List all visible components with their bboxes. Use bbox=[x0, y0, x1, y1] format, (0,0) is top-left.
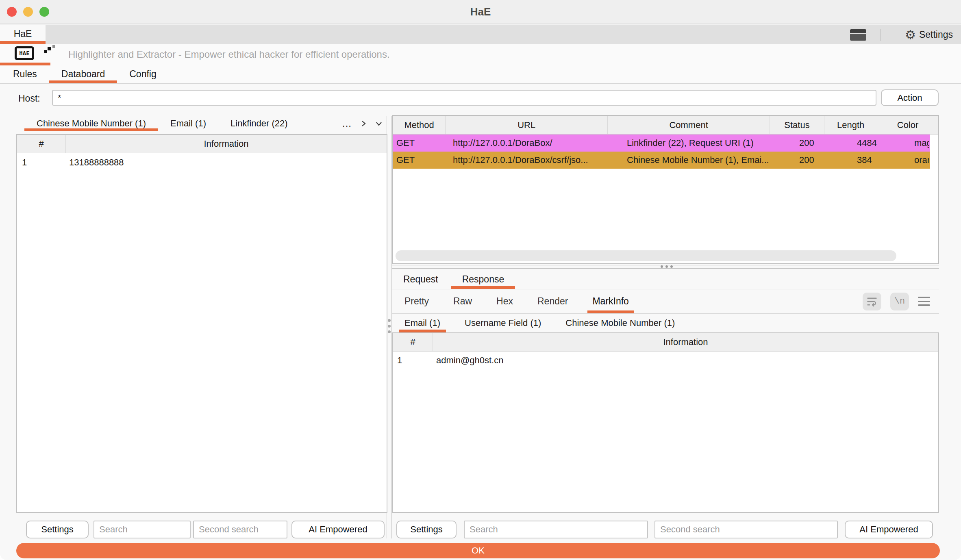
chevron-down-icon[interactable] bbox=[375, 120, 383, 127]
second-search-input[interactable] bbox=[654, 521, 838, 538]
tab-hex[interactable]: Hex bbox=[491, 289, 518, 313]
tab-markinfo-username-field[interactable]: Username Field (1) bbox=[459, 314, 547, 332]
editor-mode-tabs: Pretty Raw Hex Render MarkInfo \n bbox=[392, 289, 939, 314]
tab-response[interactable]: Response bbox=[451, 269, 515, 289]
main-nav-tabs: Rules Databoard Config bbox=[0, 65, 961, 84]
tab-hae[interactable]: HaE bbox=[0, 25, 46, 44]
column-header-method: Method bbox=[393, 116, 446, 134]
requests-table: Method URL Comment Status Length Color G… bbox=[392, 115, 939, 264]
column-header-num: # bbox=[393, 333, 433, 351]
markinfo-tabs: Email (1) Username Field (1) Chinese Mob… bbox=[392, 314, 939, 332]
tab-overflow-ellipsis[interactable]: ... bbox=[342, 122, 352, 126]
column-header-comment: Comment bbox=[608, 116, 770, 134]
host-row: Host: Action bbox=[0, 85, 961, 115]
hae-window: HaE HaE ⚙ Settings HAE Highlighter and E… bbox=[0, 0, 961, 560]
column-header-length: Length bbox=[824, 116, 877, 134]
host-input[interactable] bbox=[52, 90, 876, 106]
gear-icon: ⚙ bbox=[905, 29, 916, 41]
table-row[interactable]: 1 admin@gh0st.cn bbox=[393, 352, 938, 369]
banner: HAE Highlighter and Extractor - Empower … bbox=[0, 44, 961, 65]
logo-pixel bbox=[44, 50, 47, 53]
logo-pixel bbox=[52, 45, 55, 48]
column-header-information: Information bbox=[66, 135, 387, 153]
panel-splitter[interactable] bbox=[387, 116, 392, 538]
tab-config[interactable]: Config bbox=[117, 65, 168, 83]
tab-databoard[interactable]: Databoard bbox=[49, 65, 117, 83]
action-button[interactable]: Action bbox=[881, 89, 939, 106]
tab-linkfinder[interactable]: Linkfinder (22) bbox=[218, 116, 300, 131]
logo-tab-underline bbox=[0, 63, 50, 65]
settings-label: Settings bbox=[919, 29, 953, 40]
message-tabs: Request Response bbox=[392, 269, 939, 289]
extension-tabstrip: HaE ⚙ Settings bbox=[0, 25, 961, 44]
wrap-lines-icon[interactable] bbox=[863, 293, 881, 310]
ai-empowered-button[interactable]: AI Empowered bbox=[291, 521, 385, 538]
tab-pretty[interactable]: Pretty bbox=[400, 289, 434, 313]
search-input[interactable] bbox=[93, 521, 191, 538]
tab-render[interactable]: Render bbox=[533, 289, 573, 313]
ok-label: OK bbox=[472, 545, 485, 556]
banner-subtitle: Highlighter and Extractor - Empower ethi… bbox=[68, 44, 390, 65]
extracted-data-panel: Chinese Mobile Number (1) Email (1) Link… bbox=[16, 116, 387, 538]
tab-markinfo[interactable]: MarkInfo bbox=[587, 289, 633, 313]
tab-markinfo-email[interactable]: Email (1) bbox=[399, 314, 446, 332]
hae-logo-icon[interactable]: HAE bbox=[15, 46, 34, 60]
extracted-info-table: # Information 1 13188888888 bbox=[16, 134, 387, 513]
viewer-splitter[interactable] bbox=[392, 264, 939, 269]
column-header-status: Status bbox=[770, 116, 824, 134]
settings-button[interactable]: Settings bbox=[396, 521, 457, 538]
titlebar: HaE bbox=[0, 0, 961, 24]
logo-pixel bbox=[48, 47, 51, 50]
tab-chinese-mobile-number[interactable]: Chinese Mobile Number (1) bbox=[24, 116, 158, 131]
menu-icon[interactable] bbox=[918, 297, 930, 306]
markinfo-table: # Information 1 admin@gh0st.cn bbox=[392, 332, 939, 513]
search-input[interactable] bbox=[464, 521, 648, 538]
request-row[interactable]: GET http://127.0.0.1/DoraBox/csrf/jso...… bbox=[393, 152, 930, 169]
table-row[interactable]: 1 13188888888 bbox=[17, 153, 387, 171]
ok-status-bar[interactable]: OK bbox=[16, 543, 940, 558]
tabstrip-separator bbox=[880, 29, 881, 41]
settings-button[interactable]: Settings bbox=[26, 521, 89, 538]
newline-icon[interactable]: \n bbox=[890, 293, 909, 310]
tab-markinfo-chinese-mobile[interactable]: Chinese Mobile Number (1) bbox=[560, 314, 681, 332]
chevron-right-icon[interactable] bbox=[360, 120, 367, 127]
horizontal-scrollbar-thumb[interactable] bbox=[396, 250, 896, 261]
column-header-color: Color bbox=[877, 116, 938, 134]
extracted-tabs: Chinese Mobile Number (1) Email (1) Link… bbox=[16, 116, 387, 131]
ai-empowered-button[interactable]: AI Empowered bbox=[845, 521, 933, 538]
splitter-handle-dots[interactable] bbox=[388, 319, 391, 333]
request-row[interactable]: GET http://127.0.0.1/DoraBox/ Linkfinder… bbox=[393, 135, 930, 152]
second-search-input[interactable] bbox=[193, 521, 287, 538]
column-header-url: URL bbox=[446, 116, 608, 134]
tab-request[interactable]: Request bbox=[392, 269, 449, 289]
requests-panel: Method URL Comment Status Length Color G… bbox=[392, 115, 939, 538]
window-title: HaE bbox=[0, 0, 961, 24]
host-label: Host: bbox=[18, 93, 40, 104]
column-header-information: Information bbox=[433, 333, 938, 351]
tab-email[interactable]: Email (1) bbox=[158, 116, 218, 131]
settings-button[interactable]: ⚙ Settings bbox=[905, 25, 953, 44]
tab-raw[interactable]: Raw bbox=[448, 289, 477, 313]
column-header-num: # bbox=[17, 135, 66, 153]
window-panel-icon[interactable] bbox=[850, 29, 866, 41]
tab-rules[interactable]: Rules bbox=[1, 65, 49, 83]
splitter-handle-dots[interactable] bbox=[661, 265, 673, 268]
